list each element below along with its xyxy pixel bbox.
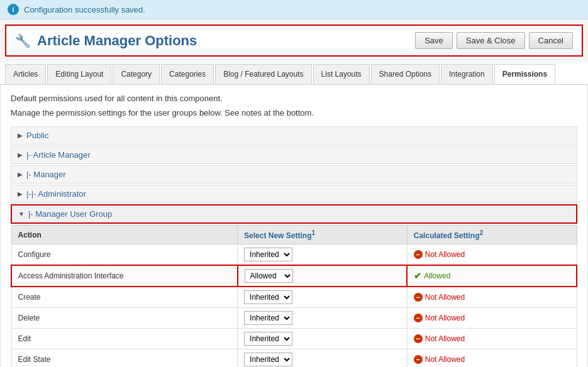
table-row: DeleteInheritedAllowedDenied−Not Allowed bbox=[11, 308, 577, 329]
calc-cell: ✔Allowed bbox=[407, 265, 577, 287]
calc-cell: −Not Allowed bbox=[407, 349, 577, 368]
tab-list-layouts[interactable]: List Layouts bbox=[313, 64, 370, 84]
setting-select[interactable]: InheritedAllowedDenied bbox=[245, 332, 292, 345]
col-header-action: Action bbox=[11, 226, 238, 244]
col-header-calc: Calculated Setting2 bbox=[407, 226, 577, 244]
table-row: Edit StateInheritedAllowedDenied−Not All… bbox=[11, 349, 577, 368]
tab-integration[interactable]: Integration bbox=[441, 64, 493, 84]
setting-cell[interactable]: InheritedAllowedDenied bbox=[238, 329, 408, 349]
setting-select[interactable]: InheritedAllowedDenied bbox=[245, 353, 292, 366]
action-cell: Create bbox=[11, 287, 238, 308]
tab-permissions[interactable]: Permissions bbox=[494, 64, 555, 84]
arrow-public: ▶ bbox=[18, 132, 23, 139]
not-allowed-icon: − bbox=[414, 334, 423, 343]
setting-cell[interactable]: InheritedAllowedDenied bbox=[238, 287, 408, 308]
header-title-group: 🔧 Article Manager Options bbox=[15, 33, 197, 49]
group-manager-user-group-label: |- Manager User Group bbox=[28, 209, 112, 219]
action-cell: Edit State bbox=[11, 349, 238, 368]
setting-select[interactable]: InheritedAllowedDenied bbox=[245, 312, 292, 324]
calc-cell: −Not Allowed bbox=[407, 244, 577, 266]
status-not-allowed: −Not Allowed bbox=[414, 250, 570, 259]
save-button[interactable]: Save bbox=[415, 32, 453, 49]
setting-cell[interactable]: InheritedAllowedDenied bbox=[238, 349, 408, 368]
tab-articles[interactable]: Articles bbox=[5, 64, 46, 84]
calc-value: Not Allowed bbox=[425, 355, 465, 364]
action-cell: Delete bbox=[11, 308, 238, 329]
calc-cell: −Not Allowed bbox=[407, 287, 577, 308]
header-buttons: Save Save & Close Cancel bbox=[415, 32, 573, 49]
table-row: Access Administration InterfaceInherited… bbox=[11, 265, 577, 287]
arrow-manager-user-group: ▼ bbox=[18, 211, 25, 217]
status-not-allowed: −Not Allowed bbox=[414, 355, 570, 364]
tab-bar: Articles Editing Layout Category Categor… bbox=[0, 62, 588, 85]
setting-cell[interactable]: InheritedAllowedDenied bbox=[238, 265, 408, 287]
setting-cell[interactable]: InheritedAllowedDenied bbox=[238, 308, 408, 329]
action-cell: Edit bbox=[11, 329, 238, 349]
group-public-label: Public bbox=[26, 131, 48, 140]
permissions-table: Action Select New Setting1 Calculated Se… bbox=[11, 225, 577, 367]
group-article-manager[interactable]: ▶ |- Article Manager bbox=[11, 146, 577, 164]
group-administrator-label: |-|- Administrator bbox=[26, 189, 86, 199]
calc-cell: −Not Allowed bbox=[407, 329, 577, 349]
table-row: ConfigureInheritedAllowedDenied−Not Allo… bbox=[11, 244, 577, 266]
notification-bar: i Configuration successfully saved. bbox=[0, 0, 588, 19]
not-allowed-icon: − bbox=[414, 293, 423, 302]
status-not-allowed: −Not Allowed bbox=[414, 314, 570, 322]
save-close-button[interactable]: Save & Close bbox=[457, 32, 525, 49]
group-article-manager-label: |- Article Manager bbox=[26, 150, 91, 160]
notification-text: Configuration successfully saved. bbox=[24, 5, 145, 14]
group-manager-label: |- Manager bbox=[26, 170, 66, 179]
not-allowed-icon: − bbox=[414, 250, 423, 259]
cancel-button[interactable]: Cancel bbox=[529, 32, 573, 49]
group-administrator[interactable]: ▶ |-|- Administrator bbox=[11, 185, 577, 203]
tab-blog-featured[interactable]: Blog / Featured Layouts bbox=[215, 64, 311, 84]
permission-groups: ▶ Public ▶ |- Article Manager ▶ |- Manag… bbox=[11, 126, 577, 367]
not-allowed-icon: − bbox=[414, 355, 423, 364]
setting-cell[interactable]: InheritedAllowedDenied bbox=[238, 244, 408, 266]
group-manager[interactable]: ▶ |- Manager bbox=[11, 165, 577, 184]
calc-value: Not Allowed bbox=[425, 334, 465, 343]
setting-select[interactable]: InheritedAllowedDenied bbox=[245, 291, 292, 304]
not-allowed-icon: − bbox=[414, 314, 423, 322]
status-not-allowed: −Not Allowed bbox=[414, 334, 570, 343]
status-allowed: ✔Allowed bbox=[414, 271, 570, 281]
setting-select[interactable]: InheritedAllowedDenied bbox=[245, 248, 292, 261]
calc-cell: −Not Allowed bbox=[407, 308, 577, 329]
tab-editing-layout[interactable]: Editing Layout bbox=[47, 64, 111, 84]
status-not-allowed: −Not Allowed bbox=[414, 293, 570, 302]
calc-value: Not Allowed bbox=[425, 250, 465, 259]
wrench-icon: 🔧 bbox=[15, 33, 31, 48]
arrow-administrator: ▶ bbox=[18, 190, 23, 197]
action-cell: Configure bbox=[11, 244, 238, 266]
arrow-manager: ▶ bbox=[18, 171, 23, 178]
description-1: Default permissions used for all content… bbox=[11, 94, 577, 103]
tab-shared-options[interactable]: Shared Options bbox=[371, 64, 440, 84]
col-header-setting: Select New Setting1 bbox=[238, 226, 408, 244]
table-row: EditInheritedAllowedDenied−Not Allowed bbox=[11, 329, 577, 349]
setting-select[interactable]: InheritedAllowedDenied bbox=[245, 270, 292, 282]
calc-value: Not Allowed bbox=[425, 314, 465, 322]
info-icon: i bbox=[8, 4, 19, 15]
main-content: Default permissions used for all content… bbox=[0, 85, 588, 367]
group-public[interactable]: ▶ Public bbox=[11, 126, 577, 145]
page-title: Article Manager Options bbox=[37, 33, 197, 49]
action-cell: Access Administration Interface bbox=[11, 265, 238, 287]
page-header: 🔧 Article Manager Options Save Save & Cl… bbox=[5, 25, 583, 57]
arrow-article-manager: ▶ bbox=[18, 151, 23, 158]
check-icon: ✔ bbox=[414, 271, 421, 281]
tab-category[interactable]: Category bbox=[113, 64, 160, 84]
calc-value: Allowed bbox=[424, 271, 450, 280]
description-2: Manage the permission settings for the u… bbox=[11, 108, 577, 118]
table-row: CreateInheritedAllowedDenied−Not Allowed bbox=[11, 287, 577, 308]
tab-categories[interactable]: Categories bbox=[161, 64, 214, 84]
group-manager-user-group[interactable]: ▼ |- Manager User Group bbox=[11, 204, 577, 224]
calc-value: Not Allowed bbox=[425, 293, 465, 302]
